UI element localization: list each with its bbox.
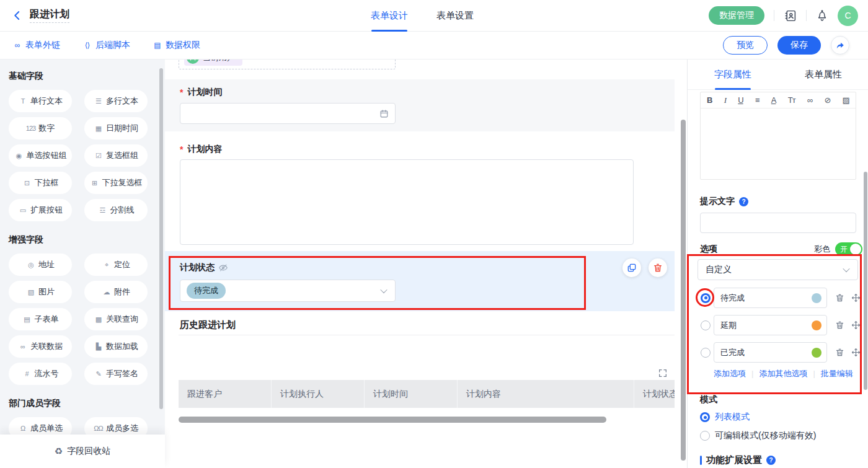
mode-radio[interactable] <box>700 431 710 441</box>
data-manage-button[interactable]: 数据管理 <box>709 6 764 25</box>
delete-option-icon[interactable] <box>835 293 844 302</box>
option-list: 待完成 延期 <box>698 288 865 369</box>
option-default-radio[interactable] <box>701 293 711 303</box>
external-link-icon: ∞ <box>12 41 22 50</box>
table-horizontal-scrollbar[interactable] <box>179 417 606 423</box>
plan-time-input[interactable] <box>180 103 396 124</box>
option-color-dot[interactable] <box>812 348 822 358</box>
option-default-radio[interactable] <box>701 348 711 358</box>
sidebar-scrollbar[interactable] <box>159 68 163 409</box>
color-toggle[interactable]: 开 <box>835 242 862 256</box>
header-tab[interactable]: 表单设计 <box>371 0 408 32</box>
option-default-radio[interactable] <box>701 320 711 330</box>
save-button[interactable]: 保存 <box>777 36 821 55</box>
options-label: 选项 <box>700 244 717 255</box>
help-icon[interactable]: ? <box>739 197 748 206</box>
current-user-field[interactable]: 当前用户 <box>179 60 396 69</box>
contacts-book-icon[interactable] <box>784 9 797 22</box>
panel-tab[interactable]: 字段属性 <box>688 60 778 89</box>
preview-button[interactable]: 预览 <box>723 36 768 55</box>
panel-tab[interactable]: 表单属性 <box>778 60 868 89</box>
canvas-scrollbar[interactable] <box>681 120 686 461</box>
drag-handle-icon[interactable] <box>851 320 861 330</box>
delete-field-button[interactable] <box>649 258 667 277</box>
select-icon: ⊡ <box>22 179 32 187</box>
field-pill[interactable]: ☁ 附件 <box>84 281 148 303</box>
serial-icon: # <box>22 370 32 377</box>
align-icon[interactable]: ≡ <box>755 95 760 105</box>
field-pill[interactable]: ▭ 扩展按钮 <box>9 199 72 221</box>
share-button[interactable] <box>831 36 849 55</box>
user-avatar[interactable]: C <box>838 6 858 26</box>
field-pill[interactable]: ▙ 数据加载 <box>84 335 148 358</box>
plan-content-field-label: *计划内容 <box>180 144 222 155</box>
font-color-icon[interactable]: A <box>771 95 776 105</box>
field-pill[interactable]: ⊡ 下拉框 <box>9 172 72 194</box>
underline-icon[interactable]: U <box>738 95 743 105</box>
form-toolbar: ∞ 表单外链 ⟨⟩ 后端脚本 ▤ 数据权限 预览 保存 <box>0 32 868 60</box>
field-pill[interactable]: ⌖ 定位 <box>84 254 148 276</box>
delete-option-icon[interactable] <box>835 320 844 330</box>
hint-text-row: 提示文字 ? <box>700 196 748 207</box>
field-pill[interactable]: # 流水号 <box>9 363 72 385</box>
section-title-members: 部门成员字段 <box>9 398 156 409</box>
option-color-dot[interactable] <box>812 320 822 330</box>
expand-icon[interactable] <box>658 368 668 378</box>
toolbar-link[interactable]: ∞ 表单外链 <box>12 40 60 51</box>
label-rich-text-editor[interactable]: BIU≡ATт∞⊘▨ <box>700 92 856 180</box>
option-type-select[interactable]: 自定义 <box>698 259 858 280</box>
option-action-link[interactable]: 批量编辑 <box>821 369 853 378</box>
field-pill[interactable]: ☰ 多行文本 <box>84 90 148 112</box>
drag-handle-icon[interactable] <box>851 293 861 302</box>
font-size-icon[interactable]: Tт <box>788 95 795 105</box>
field-pill[interactable]: ✎ 手写签名 <box>84 363 148 385</box>
toolbar-link[interactable]: ⟨⟩ 后端脚本 <box>82 40 130 51</box>
mode-radio[interactable] <box>700 412 710 422</box>
option-action-link[interactable]: 添加选项 <box>714 369 746 378</box>
mode-option[interactable]: 列表模式 <box>700 410 816 424</box>
field-pill[interactable]: ◎ 地址 <box>9 254 72 276</box>
plan-content-textarea[interactable] <box>180 159 634 245</box>
duplicate-field-button[interactable] <box>622 258 641 277</box>
field-pill[interactable]: ◉ 单选按钮组 <box>9 144 72 167</box>
field-pill[interactable]: ▩ 关联查询 <box>84 308 148 330</box>
mode-label: 模式 <box>700 394 717 405</box>
option-action-link[interactable]: 添加其他选项 <box>759 369 807 378</box>
delete-option-icon[interactable] <box>835 348 844 357</box>
field-pill[interactable]: ▤ 子表单 <box>9 308 72 330</box>
image-icon[interactable]: ▨ <box>843 95 849 105</box>
form-designer-app: 跟进计划 表单设计表单设置 数据管理 C <box>0 0 868 468</box>
header-tab[interactable]: 表单设置 <box>436 0 474 32</box>
plan-content-label: 计划内容 <box>187 144 222 155</box>
field-pill[interactable]: 123 数字 <box>9 117 72 139</box>
bold-icon[interactable]: B <box>707 95 712 105</box>
field-pill[interactable]: ▧ 图片 <box>9 281 72 303</box>
help-icon[interactable]: ? <box>766 456 776 465</box>
field-pill[interactable]: ▦ 日期时间 <box>84 117 148 139</box>
panel-scrollbar[interactable] <box>864 172 867 390</box>
plan-status-select[interactable]: 待完成 <box>180 280 396 302</box>
field-pill[interactable]: ∞ 关联数据 <box>9 335 72 358</box>
properties-panel: 字段属性表单属性 BIU≡ATт∞⊘▨ 提示文字 ? 选项 彩色 开 自定义 <box>687 60 868 468</box>
hint-text-input[interactable] <box>700 213 856 233</box>
field-pill[interactable]: ☲ 分割线 <box>84 199 148 221</box>
plan-status-field[interactable]: 计划状态 待完成 <box>165 251 675 311</box>
option-color-dot[interactable] <box>812 293 822 303</box>
unlink-icon[interactable]: ⊘ <box>824 95 830 105</box>
form-canvas: 当前用户 *计划时间 *计划内容 计划状态 待完成 <box>165 60 687 468</box>
field-pill[interactable]: ⊞ 下拉复选框 <box>84 172 148 194</box>
link-icon[interactable]: ∞ <box>807 95 812 105</box>
back-icon[interactable] <box>10 8 25 23</box>
option-text-input[interactable]: 待完成 <box>714 288 827 308</box>
field-recycle-bin[interactable]: ♻ 字段回收站 <box>0 435 165 468</box>
plan-time-field[interactable]: *计划时间 <box>165 79 675 131</box>
italic-icon[interactable]: I <box>724 95 726 105</box>
drag-handle-icon[interactable] <box>851 348 861 357</box>
notification-bell-icon[interactable] <box>816 9 828 22</box>
option-text-input[interactable]: 延期 <box>714 315 827 335</box>
option-text-input[interactable]: 已完成 <box>714 342 827 363</box>
field-pill[interactable]: ☑ 复选框组 <box>84 144 148 167</box>
field-pill[interactable]: T 单行文本 <box>9 90 72 112</box>
toolbar-link[interactable]: ▤ 数据权限 <box>153 40 200 51</box>
mode-option[interactable]: 可编辑模式(仅移动端有效) <box>700 429 816 443</box>
